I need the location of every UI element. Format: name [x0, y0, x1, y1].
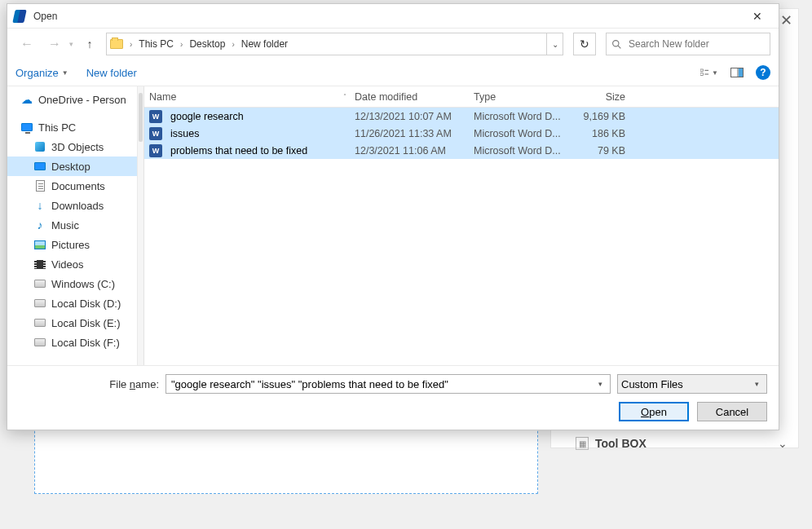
- desktop-icon: [33, 160, 46, 173]
- file-type: Microsoft Word D...: [474, 111, 570, 122]
- filename-label: File name:: [7, 378, 159, 390]
- up-button[interactable]: ↑: [78, 33, 101, 55]
- col-date-header[interactable]: Date modified: [355, 91, 474, 103]
- svg-rect-2: [700, 69, 703, 72]
- breadcrumb-desktop[interactable]: Desktop: [184, 33, 230, 55]
- main-area: ☁OneDrive - Person This PC 3D Objects De…: [7, 86, 779, 365]
- filename-dropdown-icon[interactable]: ▾: [594, 380, 607, 388]
- disk-icon: [33, 297, 46, 310]
- file-list-pane: Name˄ Date modified Type Size google res…: [144, 86, 779, 365]
- nav-3d-objects[interactable]: 3D Objects: [7, 137, 137, 156]
- disk-icon: [33, 277, 46, 290]
- nav-disk-d[interactable]: Local Disk (D:): [7, 293, 137, 313]
- nav-disk-e[interactable]: Local Disk (E:): [7, 313, 137, 333]
- file-date: 12/3/2021 11:06 AM: [355, 145, 474, 156]
- nav-downloads[interactable]: ↓Downloads: [7, 196, 137, 215]
- preview-pane-toggle[interactable]: [728, 64, 746, 82]
- svg-rect-8: [739, 68, 743, 77]
- file-name: google research: [170, 111, 244, 122]
- filename-input[interactable]: [170, 377, 594, 391]
- toolbar: Organize▼ New folder ▼ ?: [7, 60, 779, 86]
- svg-line-1: [618, 46, 620, 48]
- address-bar[interactable]: › This PC › Desktop › New folder ⌄: [106, 33, 563, 55]
- cloud-icon: ☁: [20, 93, 33, 106]
- app-icon: [14, 10, 27, 23]
- file-name: problems that need to be fixed: [170, 145, 307, 156]
- breadcrumb-newfolder[interactable]: New folder: [236, 33, 293, 55]
- file-row[interactable]: google research12/13/2021 10:07 AMMicros…: [144, 108, 779, 125]
- back-button[interactable]: ←: [15, 33, 38, 55]
- search-box[interactable]: [606, 33, 770, 55]
- help-button[interactable]: ?: [756, 65, 770, 80]
- recent-locations-dropdown[interactable]: ▾: [69, 40, 73, 48]
- toolbox-label: Tool BOX: [595, 437, 647, 450]
- col-type-header[interactable]: Type: [474, 91, 570, 103]
- file-date: 11/26/2021 11:33 AM: [355, 128, 474, 139]
- picture-icon: [33, 238, 46, 251]
- col-name-header[interactable]: Name˄: [149, 91, 355, 103]
- nav-thispc[interactable]: This PC: [7, 117, 137, 137]
- chevron-right-icon[interactable]: ›: [128, 40, 134, 49]
- file-size: 186 KB: [570, 128, 633, 139]
- cancel-button[interactable]: Cancel: [697, 402, 767, 421]
- cube-icon: [33, 140, 46, 153]
- search-icon: [611, 39, 622, 50]
- background-close-icon[interactable]: ✕: [780, 11, 792, 29]
- toolbox-icon: ▦: [576, 437, 589, 450]
- col-size-header[interactable]: Size: [570, 91, 633, 103]
- close-button[interactable]: ✕: [741, 5, 774, 28]
- filter-label: Custom Files: [621, 378, 750, 390]
- svg-point-0: [613, 40, 619, 46]
- file-size: 9,169 KB: [570, 111, 633, 122]
- nav-documents[interactable]: Documents: [7, 176, 137, 196]
- navigation-tree[interactable]: ☁OneDrive - Person This PC 3D Objects De…: [7, 86, 138, 365]
- chevron-right-icon[interactable]: ›: [179, 40, 184, 49]
- open-button[interactable]: Open: [619, 402, 689, 421]
- chevron-down-icon[interactable]: ⌄: [778, 437, 788, 450]
- nav-music[interactable]: ♪Music: [7, 215, 137, 235]
- document-icon: [33, 179, 46, 192]
- filter-dropdown-icon[interactable]: ▾: [750, 380, 763, 388]
- nav-pictures[interactable]: Pictures: [7, 235, 137, 254]
- titlebar: Open ✕: [7, 4, 779, 29]
- nav-disk-f[interactable]: Local Disk (F:): [7, 333, 137, 352]
- file-date: 12/13/2021 10:07 AM: [355, 111, 474, 122]
- music-icon: ♪: [33, 218, 46, 231]
- sort-indicator-icon: ˄: [343, 93, 346, 100]
- file-size: 79 KB: [570, 145, 633, 156]
- disk-icon: [33, 316, 46, 329]
- toolbox-header[interactable]: ▦ Tool BOX ⌄: [576, 437, 788, 450]
- nav-disk-c[interactable]: Windows (C:): [7, 274, 137, 293]
- file-type: Microsoft Word D...: [474, 145, 570, 156]
- file-list[interactable]: google research12/13/2021 10:07 AMMicros…: [144, 108, 779, 159]
- column-headers: Name˄ Date modified Type Size: [144, 86, 779, 108]
- nav-desktop[interactable]: Desktop: [7, 156, 137, 176]
- download-icon: ↓: [33, 199, 46, 212]
- chevron-right-icon[interactable]: ›: [230, 40, 236, 49]
- word-doc-icon: [149, 144, 162, 157]
- address-history-dropdown[interactable]: ⌄: [546, 33, 563, 55]
- nav-videos[interactable]: Videos: [7, 254, 137, 274]
- search-input[interactable]: [627, 37, 765, 51]
- filename-combo[interactable]: ▾: [165, 374, 611, 394]
- refresh-button[interactable]: ↻: [573, 33, 596, 55]
- organize-menu[interactable]: Organize▼: [15, 67, 68, 79]
- open-file-dialog: Open ✕ ← → ▾ ↑ › This PC › Desktop › New…: [7, 3, 779, 430]
- file-name: issues: [170, 128, 199, 139]
- word-doc-icon: [149, 127, 162, 140]
- file-row[interactable]: issues11/26/2021 11:33 AMMicrosoft Word …: [144, 125, 779, 142]
- dialog-title: Open: [33, 11, 57, 22]
- view-options[interactable]: ▼: [700, 64, 718, 82]
- disk-icon: [33, 336, 46, 349]
- dialog-footer: File name: ▾ Custom Files ▾ Open Cancel: [7, 365, 779, 430]
- file-row[interactable]: problems that need to be fixed12/3/2021 …: [144, 142, 779, 159]
- file-type: Microsoft Word D...: [474, 128, 570, 139]
- svg-rect-3: [700, 73, 703, 76]
- pc-icon: [20, 121, 33, 134]
- folder-icon: [110, 39, 123, 49]
- new-folder-button[interactable]: New folder: [86, 67, 137, 79]
- filetype-filter[interactable]: Custom Files ▾: [617, 374, 767, 394]
- breadcrumb-thispc[interactable]: This PC: [134, 33, 179, 55]
- splitter[interactable]: [138, 86, 144, 365]
- nav-onedrive[interactable]: ☁OneDrive - Person: [7, 90, 137, 109]
